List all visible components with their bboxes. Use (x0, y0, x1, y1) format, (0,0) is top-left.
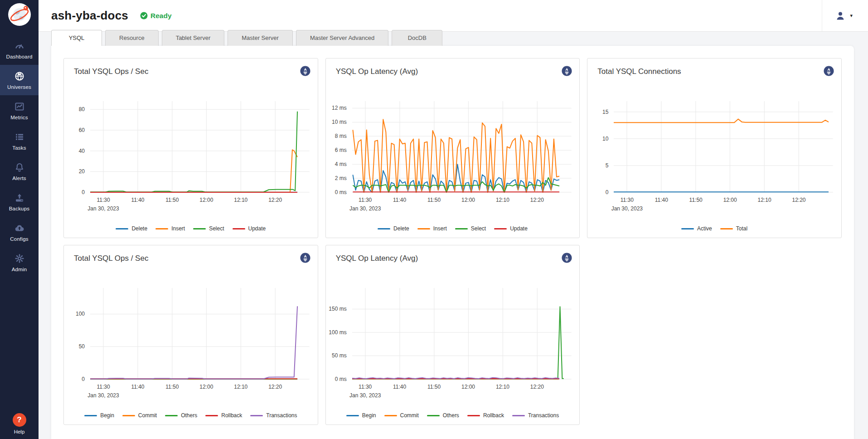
chart-svg (90, 101, 310, 192)
metrics-tabs: YSQL Resource Tablet Server Master Serve… (39, 30, 868, 46)
chart-legend: BeginCommitOthersRollbackTransactions (64, 412, 318, 419)
x-tick-label: 12:10 (234, 384, 247, 390)
y-tick-label: 2 ms (335, 175, 347, 181)
x-tick-label: 11:40 (655, 197, 668, 203)
x-tick-label: 11:40 (131, 197, 144, 203)
x-tick-label: 11:40 (393, 197, 406, 203)
legend-item-active: Active (681, 225, 712, 232)
check-circle-icon (140, 12, 148, 20)
tab-ysql[interactable]: YSQL (51, 30, 102, 46)
x-tick-label: 12:00 (461, 384, 475, 390)
y-tick-label: 100 (76, 311, 85, 317)
y-tick-label: 12 ms (332, 105, 347, 111)
y-tick-label: 8 ms (335, 133, 347, 139)
legend-item-commit: Commit (122, 412, 157, 419)
y-tick-label: 0 (82, 189, 85, 195)
sidebar-item-label: Configs (10, 236, 28, 242)
prometheus-icon[interactable] (562, 253, 572, 265)
top-header: ash-yba-docs Ready ▾ (39, 0, 868, 32)
user-menu[interactable]: ▾ (822, 0, 868, 31)
sidebar-item-label: Help (14, 429, 25, 434)
prometheus-icon[interactable] (562, 66, 572, 78)
x-tick-label: 11:40 (393, 384, 406, 390)
tab-resource[interactable]: Resource (105, 30, 159, 46)
y-tick-label: 15 (602, 109, 608, 115)
y-tick-label: 100 ms (329, 329, 346, 336)
legend-label: Insert (171, 225, 185, 232)
app-logo[interactable] (8, 3, 31, 28)
sidebar-item-metrics[interactable]: Metrics (0, 95, 39, 126)
sidebar-item-label: Metrics (10, 115, 28, 120)
x-tick-label: 11:50 (689, 197, 703, 203)
legend-swatch (681, 228, 694, 229)
x-tick-label: 12:10 (496, 384, 509, 390)
chart-svg (90, 288, 310, 379)
legend-label: Delete (393, 225, 409, 232)
x-axis-date-label: Jan 30, 2023 (349, 392, 381, 399)
chart-plot (352, 288, 572, 379)
sidebar-item-label: Admin (12, 267, 27, 272)
legend-label: Update (248, 225, 266, 232)
user-icon (835, 10, 846, 21)
tasks-list-icon (14, 132, 25, 142)
legend-label: Select (471, 225, 486, 232)
sidebar-item-alerts[interactable]: Alerts (0, 156, 39, 186)
sidebar-item-label: Dashboard (6, 54, 32, 59)
dashboard-gauge-icon (14, 40, 25, 51)
sidebar-item-backups[interactable]: Backups (0, 186, 39, 217)
chart-legend: ActiveTotal (587, 225, 841, 232)
legend-label: Others (443, 412, 459, 419)
sidebar-item-dashboard[interactable]: Dashboard (0, 34, 39, 65)
sidebar-item-label: Universes (7, 84, 31, 90)
sidebar-item-configs[interactable]: Configs (0, 217, 39, 247)
x-tick-label: 11:50 (165, 197, 179, 203)
tab-master-server-advanced[interactable]: Master Server Advanced (296, 30, 388, 46)
backups-upload-icon (14, 192, 25, 203)
y-tick-label: 4 ms (335, 161, 347, 167)
x-tick-label: 11:30 (359, 197, 372, 203)
y-tick-label: 6 ms (335, 147, 347, 153)
x-tick-label: 12:00 (199, 384, 213, 390)
series-line-transactions (90, 306, 297, 379)
legend-swatch (467, 415, 480, 416)
tab-master-server[interactable]: Master Server (228, 30, 293, 46)
legend-label: Insert (433, 225, 447, 232)
prometheus-icon[interactable] (300, 66, 310, 78)
legend-swatch (455, 228, 468, 229)
x-tick-label: 12:10 (234, 197, 247, 203)
prometheus-icon[interactable] (824, 66, 834, 78)
legend-swatch (427, 415, 440, 416)
prometheus-icon[interactable] (300, 253, 310, 265)
tab-docdb[interactable]: DocDB (392, 30, 442, 46)
y-tick-label: 0 (606, 189, 609, 195)
charts-grid: Total YSQL Ops / Sec 020406080 11:3011:4… (63, 58, 842, 425)
chart-svg (614, 101, 833, 192)
chart-panel: YSQL Op Latency (Avg) 0 ms50 ms100 ms150… (325, 245, 580, 425)
x-axis-labels: 11:3011:4011:5012:0012:1012:20Jan 30, 20… (352, 197, 572, 215)
chart-svg (352, 288, 572, 379)
legend-label: Transactions (528, 412, 559, 419)
legend-swatch (720, 228, 733, 229)
main-area: ash-yba-docs Ready ▾ YSQL Resource Table… (39, 0, 868, 439)
x-tick-label: 12:00 (461, 197, 475, 203)
sidebar-item-help[interactable]: ? Help (0, 413, 39, 434)
sidebar-item-admin[interactable]: Admin (0, 247, 39, 278)
legend-item-select: Select (193, 225, 224, 232)
chart-plot (352, 101, 572, 192)
x-tick-label: 12:20 (530, 197, 544, 203)
y-tick-label: 20 (79, 168, 85, 175)
x-axis-date-label: Jan 30, 2023 (87, 392, 119, 399)
tab-tablet-server[interactable]: Tablet Server (162, 30, 225, 46)
rocket-planet-logo (8, 3, 31, 26)
legend-swatch (378, 228, 390, 229)
sidebar-item-tasks[interactable]: Tasks (0, 126, 39, 156)
legend-item-others: Others (427, 412, 459, 419)
chart-legend: BeginCommitOthersRollbackTransactions (326, 412, 580, 419)
legend-label: Begin (100, 412, 114, 419)
caret-down-icon: ▾ (850, 13, 853, 19)
legend-item-rollback: Rollback (467, 412, 504, 419)
legend-label: Commit (400, 412, 419, 419)
legend-swatch (384, 415, 397, 416)
x-tick-label: 11:50 (165, 384, 179, 390)
sidebar-item-universes[interactable]: Universes (0, 65, 39, 95)
